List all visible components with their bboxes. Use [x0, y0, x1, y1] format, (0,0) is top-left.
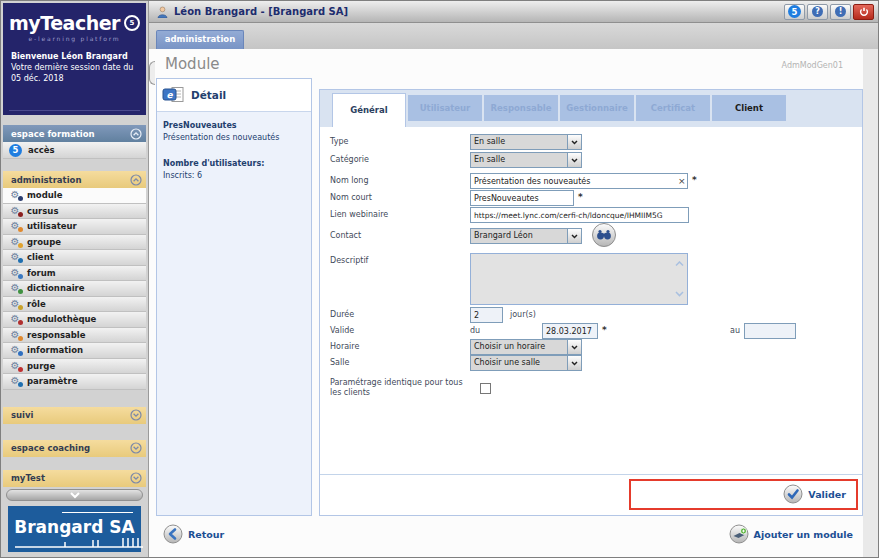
- sidebar-item-module[interactable]: ⚙module: [3, 188, 146, 204]
- sidebar-item-label: accès: [28, 145, 55, 155]
- duree-input[interactable]: [470, 307, 503, 323]
- notifications-button[interactable]: 5: [784, 4, 805, 20]
- add-module-icon: [729, 524, 749, 544]
- collapse-panel-handle[interactable]: [149, 61, 155, 85]
- contact-select[interactable]: Brangard Léon: [470, 228, 582, 244]
- sidebar-item-acces[interactable]: 5 accès: [3, 142, 146, 159]
- svg-text:e: e: [166, 90, 173, 100]
- valider-button[interactable]: Valider: [783, 484, 846, 504]
- sidebar-spacer: [1, 424, 148, 440]
- titlebar-buttons: 5 ? !: [784, 4, 874, 20]
- sidebar-scroll-down[interactable]: [6, 489, 143, 501]
- sidebar-item-client[interactable]: ⚙client: [3, 250, 146, 266]
- sidebar-spacer: [1, 390, 148, 407]
- valide-au-input[interactable]: [744, 323, 796, 339]
- question-icon: ?: [812, 6, 823, 17]
- required-asterisk: *: [692, 175, 697, 185]
- nom-court-input[interactable]: [470, 190, 574, 206]
- descriptif-textarea[interactable]: [470, 253, 688, 305]
- scroll-down-icon[interactable]: [675, 291, 684, 297]
- detail-panel: e Détail PresNouveautes Présentation des…: [156, 78, 312, 516]
- lien-webinaire-label: Lien webinaire: [330, 210, 472, 220]
- info-button[interactable]: !: [830, 4, 851, 20]
- title-bar: Léon Brangard - [Brangard SA] 5 ? !: [149, 1, 878, 23]
- logout-button[interactable]: [853, 4, 874, 20]
- horaire-label: Horaire: [330, 342, 472, 352]
- categorie-select[interactable]: En salle: [470, 152, 582, 168]
- sidebar-item-utilisateur[interactable]: ⚙utilisateur: [3, 219, 146, 235]
- contact-label: Contact: [330, 231, 472, 241]
- type-select[interactable]: En salle: [470, 134, 582, 150]
- sidebar-section-mytest[interactable]: myTest: [3, 470, 146, 487]
- users-count-label: Nombre d'utilisateurs:: [163, 158, 305, 170]
- sidebar-section-suivi[interactable]: suivi: [3, 407, 146, 424]
- forum-icon: ⚙: [9, 268, 21, 278]
- module-icon: ⚙: [9, 190, 21, 200]
- sidebar-item-forum[interactable]: ⚙forum: [3, 266, 146, 282]
- chevron-down-icon: [130, 409, 142, 421]
- module-page: Module AdmModGen01 e Détail PresNouveaut…: [149, 49, 863, 558]
- module-long-name: Présentation des nouveautés: [163, 132, 305, 144]
- sidebar-section-espace-formation[interactable]: espace formation: [3, 125, 146, 142]
- sidebar-item-parametre[interactable]: ⚙paramètre: [3, 374, 146, 390]
- ajouter-module-button[interactable]: Ajouter un module: [729, 524, 853, 544]
- salle-select[interactable]: Choisir une salle: [470, 355, 582, 371]
- type-label: Type: [330, 137, 472, 147]
- module-form-panel: Général Utilisateur Responsable Gestionn…: [319, 89, 863, 516]
- valide-du-label: du: [470, 326, 480, 335]
- responsable-icon: ⚙: [9, 330, 21, 340]
- cursus-icon: ⚙: [9, 206, 21, 216]
- lien-webinaire-input[interactable]: [470, 207, 689, 223]
- required-asterisk: *: [602, 325, 607, 335]
- sidebar-item-role[interactable]: ⚙rôle: [3, 297, 146, 313]
- brand-logo: myTeacher: [9, 12, 120, 34]
- sidebar-spacer: [1, 159, 148, 171]
- sidebar-section-espace-coaching[interactable]: espace coaching: [3, 440, 146, 457]
- company-logo: Brangard SA: [8, 506, 141, 552]
- help-button[interactable]: ?: [807, 4, 828, 20]
- sidebar-section-administration[interactable]: administration: [3, 171, 146, 188]
- tab-responsable[interactable]: Responsable: [484, 95, 558, 121]
- sidebar-item-responsable[interactable]: ⚙responsable: [3, 328, 146, 344]
- chevron-down-icon: [130, 472, 142, 484]
- retour-button[interactable]: Retour: [163, 524, 224, 544]
- tab-gestionnaire[interactable]: Gestionnaire: [560, 95, 634, 121]
- tab-certificat[interactable]: Certificat: [636, 95, 710, 121]
- sidebar-item-information[interactable]: ⚙information: [3, 343, 146, 359]
- module-short-name: PresNouveautes: [163, 120, 305, 132]
- modulotheque-icon: ⚙: [9, 314, 21, 324]
- tab-administration[interactable]: administration: [156, 30, 244, 49]
- valide-label: Valide: [330, 326, 472, 336]
- duree-label: Durée: [330, 310, 472, 320]
- parametre-icon: ⚙: [9, 376, 21, 386]
- brand-badge-icon: 5: [124, 15, 140, 31]
- groupe-icon: ⚙: [9, 237, 21, 247]
- valide-du-input[interactable]: [542, 323, 598, 339]
- sidebar-item-purge[interactable]: ⚙purge: [3, 359, 146, 375]
- detail-panel-body: PresNouveautes Présentation des nouveaut…: [157, 112, 311, 191]
- purge-icon: ⚙: [9, 361, 21, 371]
- exclamation-icon: !: [835, 6, 846, 17]
- tab-client[interactable]: Client: [712, 95, 786, 121]
- clear-icon[interactable]: ×: [678, 177, 686, 186]
- parametrage-checkbox[interactable]: [480, 383, 491, 394]
- sidebar-item-cursus[interactable]: ⚙cursus: [3, 204, 146, 220]
- tab-utilisateur[interactable]: Utilisateur: [408, 95, 482, 121]
- nom-long-input[interactable]: [470, 173, 688, 189]
- valide-au-label: au: [730, 326, 740, 335]
- nom-court-label: Nom court: [330, 193, 472, 203]
- search-contact-button[interactable]: [591, 222, 617, 248]
- back-icon: [163, 524, 183, 544]
- page-code: AdmModGen01: [782, 61, 843, 70]
- check-icon: [783, 484, 803, 504]
- sidebar-item-modulotheque[interactable]: ⚙modulothèque: [3, 312, 146, 328]
- sidebar-item-groupe[interactable]: ⚙groupe: [3, 235, 146, 251]
- utilisateur-icon: ⚙: [9, 221, 21, 231]
- scroll-up-icon[interactable]: [675, 261, 684, 267]
- chevron-up-icon: [130, 174, 142, 186]
- dropdown-arrow-icon: [567, 229, 581, 243]
- tab-general[interactable]: Général: [332, 93, 406, 127]
- sidebar-item-dictionnaire[interactable]: ⚙dictionnaire: [3, 281, 146, 297]
- horaire-select[interactable]: Choisir un horaire: [470, 339, 582, 355]
- page-title: Module: [165, 55, 220, 73]
